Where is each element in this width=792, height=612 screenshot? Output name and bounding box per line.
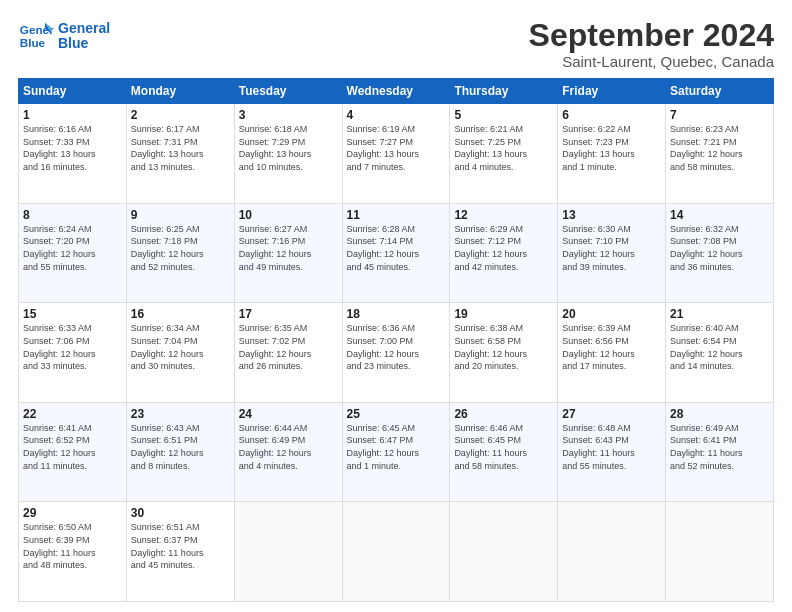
day-number: 13	[562, 208, 661, 222]
calendar-cell: 16Sunrise: 6:34 AM Sunset: 7:04 PM Dayli…	[126, 303, 234, 403]
header: General Blue General Blue September 2024…	[18, 18, 774, 70]
calendar-cell: 26Sunrise: 6:46 AM Sunset: 6:45 PM Dayli…	[450, 402, 558, 502]
calendar-cell: 4Sunrise: 6:19 AM Sunset: 7:27 PM Daylig…	[342, 104, 450, 204]
day-info: Sunrise: 6:33 AM Sunset: 7:06 PM Dayligh…	[23, 322, 122, 372]
calendar-week-5: 29Sunrise: 6:50 AM Sunset: 6:39 PM Dayli…	[19, 502, 774, 602]
weekday-header-row: SundayMondayTuesdayWednesdayThursdayFrid…	[19, 79, 774, 104]
day-number: 14	[670, 208, 769, 222]
day-info: Sunrise: 6:43 AM Sunset: 6:51 PM Dayligh…	[131, 422, 230, 472]
day-info: Sunrise: 6:39 AM Sunset: 6:56 PM Dayligh…	[562, 322, 661, 372]
day-info: Sunrise: 6:46 AM Sunset: 6:45 PM Dayligh…	[454, 422, 553, 472]
day-info: Sunrise: 6:45 AM Sunset: 6:47 PM Dayligh…	[347, 422, 446, 472]
calendar-cell: 22Sunrise: 6:41 AM Sunset: 6:52 PM Dayli…	[19, 402, 127, 502]
day-number: 4	[347, 108, 446, 122]
day-info: Sunrise: 6:49 AM Sunset: 6:41 PM Dayligh…	[670, 422, 769, 472]
day-info: Sunrise: 6:18 AM Sunset: 7:29 PM Dayligh…	[239, 123, 338, 173]
day-info: Sunrise: 6:36 AM Sunset: 7:00 PM Dayligh…	[347, 322, 446, 372]
calendar-week-2: 8Sunrise: 6:24 AM Sunset: 7:20 PM Daylig…	[19, 203, 774, 303]
day-number: 18	[347, 307, 446, 321]
calendar: SundayMondayTuesdayWednesdayThursdayFrid…	[18, 78, 774, 602]
day-number: 9	[131, 208, 230, 222]
calendar-cell: 10Sunrise: 6:27 AM Sunset: 7:16 PM Dayli…	[234, 203, 342, 303]
logo-text: General Blue	[58, 21, 110, 52]
weekday-tuesday: Tuesday	[234, 79, 342, 104]
weekday-thursday: Thursday	[450, 79, 558, 104]
calendar-cell: 7Sunrise: 6:23 AM Sunset: 7:21 PM Daylig…	[666, 104, 774, 204]
logo-line2: Blue	[58, 35, 88, 51]
day-info: Sunrise: 6:23 AM Sunset: 7:21 PM Dayligh…	[670, 123, 769, 173]
day-info: Sunrise: 6:50 AM Sunset: 6:39 PM Dayligh…	[23, 521, 122, 571]
day-number: 8	[23, 208, 122, 222]
day-info: Sunrise: 6:35 AM Sunset: 7:02 PM Dayligh…	[239, 322, 338, 372]
weekday-wednesday: Wednesday	[342, 79, 450, 104]
calendar-cell: 29Sunrise: 6:50 AM Sunset: 6:39 PM Dayli…	[19, 502, 127, 602]
calendar-cell	[234, 502, 342, 602]
day-number: 20	[562, 307, 661, 321]
day-number: 22	[23, 407, 122, 421]
day-number: 27	[562, 407, 661, 421]
day-number: 21	[670, 307, 769, 321]
day-info: Sunrise: 6:19 AM Sunset: 7:27 PM Dayligh…	[347, 123, 446, 173]
day-number: 2	[131, 108, 230, 122]
calendar-cell	[342, 502, 450, 602]
day-info: Sunrise: 6:32 AM Sunset: 7:08 PM Dayligh…	[670, 223, 769, 273]
calendar-cell: 1Sunrise: 6:16 AM Sunset: 7:33 PM Daylig…	[19, 104, 127, 204]
title-block: September 2024 Saint-Laurent, Quebec, Ca…	[529, 18, 774, 70]
calendar-cell: 21Sunrise: 6:40 AM Sunset: 6:54 PM Dayli…	[666, 303, 774, 403]
day-info: Sunrise: 6:38 AM Sunset: 6:58 PM Dayligh…	[454, 322, 553, 372]
day-number: 12	[454, 208, 553, 222]
calendar-cell	[666, 502, 774, 602]
calendar-cell: 17Sunrise: 6:35 AM Sunset: 7:02 PM Dayli…	[234, 303, 342, 403]
page-title: September 2024	[529, 18, 774, 53]
logo-icon: General Blue	[18, 18, 54, 54]
weekday-monday: Monday	[126, 79, 234, 104]
calendar-cell: 6Sunrise: 6:22 AM Sunset: 7:23 PM Daylig…	[558, 104, 666, 204]
weekday-sunday: Sunday	[19, 79, 127, 104]
calendar-cell: 18Sunrise: 6:36 AM Sunset: 7:00 PM Dayli…	[342, 303, 450, 403]
calendar-cell: 27Sunrise: 6:48 AM Sunset: 6:43 PM Dayli…	[558, 402, 666, 502]
day-number: 5	[454, 108, 553, 122]
day-info: Sunrise: 6:44 AM Sunset: 6:49 PM Dayligh…	[239, 422, 338, 472]
day-info: Sunrise: 6:51 AM Sunset: 6:37 PM Dayligh…	[131, 521, 230, 571]
calendar-cell: 23Sunrise: 6:43 AM Sunset: 6:51 PM Dayli…	[126, 402, 234, 502]
calendar-week-1: 1Sunrise: 6:16 AM Sunset: 7:33 PM Daylig…	[19, 104, 774, 204]
day-info: Sunrise: 6:34 AM Sunset: 7:04 PM Dayligh…	[131, 322, 230, 372]
day-info: Sunrise: 6:41 AM Sunset: 6:52 PM Dayligh…	[23, 422, 122, 472]
day-number: 3	[239, 108, 338, 122]
day-number: 24	[239, 407, 338, 421]
day-number: 28	[670, 407, 769, 421]
calendar-cell: 8Sunrise: 6:24 AM Sunset: 7:20 PM Daylig…	[19, 203, 127, 303]
calendar-cell: 15Sunrise: 6:33 AM Sunset: 7:06 PM Dayli…	[19, 303, 127, 403]
day-info: Sunrise: 6:17 AM Sunset: 7:31 PM Dayligh…	[131, 123, 230, 173]
day-number: 15	[23, 307, 122, 321]
calendar-cell: 19Sunrise: 6:38 AM Sunset: 6:58 PM Dayli…	[450, 303, 558, 403]
day-info: Sunrise: 6:25 AM Sunset: 7:18 PM Dayligh…	[131, 223, 230, 273]
calendar-cell: 20Sunrise: 6:39 AM Sunset: 6:56 PM Dayli…	[558, 303, 666, 403]
calendar-header: SundayMondayTuesdayWednesdayThursdayFrid…	[19, 79, 774, 104]
day-number: 11	[347, 208, 446, 222]
calendar-cell: 2Sunrise: 6:17 AM Sunset: 7:31 PM Daylig…	[126, 104, 234, 204]
calendar-cell: 3Sunrise: 6:18 AM Sunset: 7:29 PM Daylig…	[234, 104, 342, 204]
day-number: 25	[347, 407, 446, 421]
day-number: 17	[239, 307, 338, 321]
calendar-body: 1Sunrise: 6:16 AM Sunset: 7:33 PM Daylig…	[19, 104, 774, 602]
day-number: 23	[131, 407, 230, 421]
calendar-cell: 13Sunrise: 6:30 AM Sunset: 7:10 PM Dayli…	[558, 203, 666, 303]
day-number: 1	[23, 108, 122, 122]
calendar-cell: 9Sunrise: 6:25 AM Sunset: 7:18 PM Daylig…	[126, 203, 234, 303]
calendar-cell: 28Sunrise: 6:49 AM Sunset: 6:41 PM Dayli…	[666, 402, 774, 502]
calendar-week-3: 15Sunrise: 6:33 AM Sunset: 7:06 PM Dayli…	[19, 303, 774, 403]
day-info: Sunrise: 6:22 AM Sunset: 7:23 PM Dayligh…	[562, 123, 661, 173]
logo: General Blue General Blue	[18, 18, 110, 54]
day-info: Sunrise: 6:21 AM Sunset: 7:25 PM Dayligh…	[454, 123, 553, 173]
calendar-cell: 5Sunrise: 6:21 AM Sunset: 7:25 PM Daylig…	[450, 104, 558, 204]
day-info: Sunrise: 6:24 AM Sunset: 7:20 PM Dayligh…	[23, 223, 122, 273]
page-subtitle: Saint-Laurent, Quebec, Canada	[529, 53, 774, 70]
day-number: 29	[23, 506, 122, 520]
day-info: Sunrise: 6:16 AM Sunset: 7:33 PM Dayligh…	[23, 123, 122, 173]
day-info: Sunrise: 6:29 AM Sunset: 7:12 PM Dayligh…	[454, 223, 553, 273]
weekday-saturday: Saturday	[666, 79, 774, 104]
calendar-week-4: 22Sunrise: 6:41 AM Sunset: 6:52 PM Dayli…	[19, 402, 774, 502]
svg-text:Blue: Blue	[20, 36, 46, 49]
day-number: 7	[670, 108, 769, 122]
